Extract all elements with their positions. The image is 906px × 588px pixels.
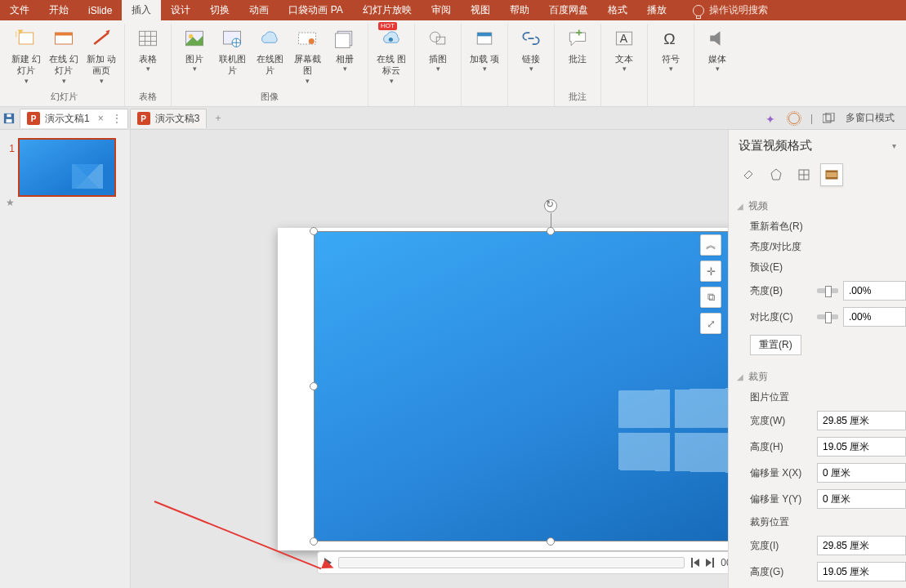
multiwindow-label[interactable]: 多窗口模式 xyxy=(846,111,895,125)
text-button[interactable]: A 文本▾ xyxy=(606,24,642,74)
pane-menu-button[interactable]: ▾ xyxy=(892,141,896,150)
comment-button[interactable]: 批注 xyxy=(560,24,596,65)
duplicate-button[interactable]: ⧉ xyxy=(700,287,721,308)
link-button[interactable]: 链接▾ xyxy=(513,24,549,74)
crop-height-input[interactable] xyxy=(817,562,906,581)
animation-indicator-icon: ★ xyxy=(3,197,15,208)
btn-label: 在线图片 xyxy=(253,53,286,77)
save-icon[interactable] xyxy=(3,113,15,124)
resize-handle[interactable] xyxy=(547,227,555,235)
menu-format[interactable]: 格式 xyxy=(598,0,637,20)
offsety-label: 偏移量 Y(Y) xyxy=(750,492,812,506)
contrast-slider[interactable] xyxy=(817,314,838,319)
multiwindow-icon xyxy=(823,112,836,125)
close-tab-button[interactable]: × xyxy=(95,113,107,124)
ribbon-group-media: 媒体▾ xyxy=(694,24,740,106)
menu-insert[interactable]: 插入 xyxy=(122,0,161,20)
online-picture-button[interactable]: 联机图片 xyxy=(214,24,250,77)
reset-button[interactable]: 重置(R) xyxy=(750,335,801,355)
addin-button[interactable]: 加载 项▾ xyxy=(466,24,502,74)
slide-thumbnail[interactable] xyxy=(18,138,116,197)
contrast-input[interactable] xyxy=(843,307,906,327)
resize-handle[interactable] xyxy=(547,537,555,546)
ribbon-group-iconcloud: HOT ☻ 在线 图标云▾ xyxy=(368,24,415,106)
magic-icon[interactable] xyxy=(765,112,778,125)
step-back-button[interactable] xyxy=(691,558,699,568)
section-crop[interactable]: ◢裁剪 xyxy=(737,367,906,387)
expand-button[interactable]: ⤢ xyxy=(700,313,721,334)
offsety-input[interactable] xyxy=(817,489,906,509)
illustration-button[interactable]: 插图▾ xyxy=(420,24,456,74)
menu-slideshow[interactable]: 幻灯片放映 xyxy=(353,0,422,20)
menu-file[interactable]: 文件 xyxy=(0,0,39,20)
brightness-input[interactable] xyxy=(843,281,906,301)
layout-ideas-button[interactable]: ✛ xyxy=(700,261,721,282)
menu-transition[interactable]: 切换 xyxy=(200,0,239,20)
add-tab-button[interactable]: ＋ xyxy=(208,111,225,125)
svg-rect-0 xyxy=(19,33,33,44)
online-icon-cloud-button[interactable]: HOT ☻ 在线 图标云▾ xyxy=(373,24,409,86)
menu-review[interactable]: 审阅 xyxy=(422,0,461,20)
width-input[interactable] xyxy=(817,411,906,430)
online-pic-cloud-button[interactable]: 在线图片 xyxy=(252,24,288,77)
preset-row[interactable]: 预设(E) xyxy=(737,257,906,278)
resize-handle[interactable] xyxy=(310,537,318,546)
tab-menu-button[interactable]: ⋮ xyxy=(112,113,121,124)
btn-label: 新加 动画页 xyxy=(85,53,118,77)
menu-animation[interactable]: 动画 xyxy=(239,0,279,20)
contrast-label: 对比度(C) xyxy=(750,310,812,324)
online-slide-button[interactable]: 在线 幻灯片▾ xyxy=(46,24,82,86)
menu-help[interactable]: 帮助 xyxy=(500,0,539,20)
play-button[interactable] xyxy=(324,558,332,568)
step-fwd-button[interactable] xyxy=(706,558,714,568)
ribbon-group-symbol: Ω 符号▾ xyxy=(648,24,694,106)
brightness-slider[interactable] xyxy=(817,288,838,293)
resize-handle[interactable] xyxy=(310,227,318,235)
resize-handle[interactable] xyxy=(310,382,318,390)
document-tab[interactable]: P 演示文稿3 xyxy=(130,109,208,128)
crop-height-label: 高度(G) xyxy=(750,565,812,579)
svg-text:☻: ☻ xyxy=(387,35,395,43)
menu-view[interactable]: 视图 xyxy=(461,0,500,20)
speaker-icon xyxy=(704,25,730,51)
btn-label: 批注 xyxy=(569,53,587,65)
table-icon xyxy=(135,25,161,51)
height-input[interactable] xyxy=(817,437,906,457)
seek-track[interactable] xyxy=(338,557,685,568)
crop-width-input[interactable] xyxy=(817,536,906,555)
album-button[interactable]: 相册▾ xyxy=(327,24,363,74)
menu-baidu[interactable]: 百度网盘 xyxy=(539,0,598,20)
media-button[interactable]: 媒体▾ xyxy=(699,24,735,74)
comment-icon xyxy=(565,25,591,51)
effects-tab[interactable] xyxy=(765,163,788,186)
menu-pocketanim[interactable]: 口袋动画 PA xyxy=(279,0,352,20)
new-anim-page-button[interactable]: 新加 动画页▾ xyxy=(83,24,119,86)
symbol-button[interactable]: Ω 符号▾ xyxy=(653,24,689,74)
video-tab[interactable] xyxy=(820,163,843,186)
document-tab[interactable]: P 演示文稿1 × ⋮ xyxy=(20,109,128,128)
slide-canvas[interactable]: 00:00.00 ︽ ✛ ⧉ ⤢ xyxy=(131,130,728,588)
ribbon-group-images: 图片▾ 联机图片 在线图片 屏幕截图▾ 相册▾ 图像 xyxy=(172,24,368,106)
recolor-row[interactable]: 重新着色(R) xyxy=(737,216,906,237)
screenshot-button[interactable]: 屏幕截图▾ xyxy=(289,24,325,86)
settings-icon[interactable] xyxy=(788,112,801,125)
offsetx-input[interactable] xyxy=(817,463,906,483)
rotate-handle[interactable] xyxy=(544,199,557,212)
new-slide-button[interactable]: 新建 幻灯片▾ xyxy=(8,24,44,86)
tell-me-search[interactable]: 操作说明搜索 xyxy=(693,0,768,20)
menu-design[interactable]: 设计 xyxy=(161,0,200,20)
menu-islide[interactable]: iSlide xyxy=(78,0,122,20)
collapse-up-button[interactable]: ︽ xyxy=(700,234,721,256)
size-tab[interactable] xyxy=(792,163,815,186)
new-slide-icon xyxy=(13,25,39,51)
btn-label: 符号 xyxy=(662,53,680,65)
table-button[interactable]: 表格▾ xyxy=(130,24,166,74)
menu-play[interactable]: 播放 xyxy=(637,0,676,20)
recolor-label: 重新着色(R) xyxy=(750,220,812,234)
menu-home[interactable]: 开始 xyxy=(39,0,78,20)
fill-tab[interactable] xyxy=(737,163,760,186)
picture-button[interactable]: 图片▾ xyxy=(176,24,212,74)
section-video[interactable]: ◢视频 xyxy=(737,196,906,216)
video-object[interactable] xyxy=(314,231,728,541)
btn-label: 文本 xyxy=(615,53,633,65)
